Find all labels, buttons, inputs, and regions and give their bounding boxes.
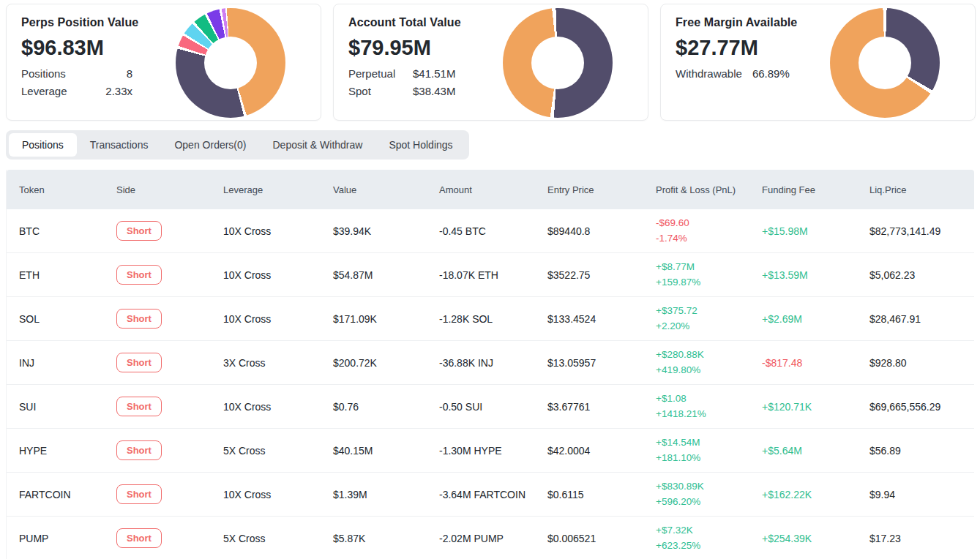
table-row[interactable]: FARTCOIN Short 10X Cross $1.39M -3.64M F…: [7, 473, 974, 517]
header-cell-value: Value: [333, 184, 439, 195]
side-badge: Short: [116, 397, 162, 416]
funding-fee-value: -$817.48: [762, 357, 802, 369]
amount-cell: -18.07K ETH: [439, 269, 547, 281]
token-cell: PUMP: [19, 533, 116, 544]
tabs-bar: PositionsTransactionsOpen Orders(0)Depos…: [6, 130, 469, 160]
value-cell: $200.72K: [333, 357, 439, 369]
account-total-donut-chart: [503, 8, 613, 118]
card-value: $96.83M: [21, 36, 138, 60]
amount-cell: -36.88K INJ: [439, 357, 547, 369]
card-title: Account Total Value: [348, 16, 461, 29]
header-cell-side: Side: [116, 184, 223, 195]
pnl-cell: +$830.89K +596.20%: [656, 479, 762, 509]
pnl-percent: +623.25%: [656, 539, 762, 553]
funding-fee-cell: +$13.59M: [762, 269, 869, 281]
table-row[interactable]: ETH Short 10X Cross $54.87M -18.07K ETH …: [7, 253, 974, 297]
liq-price-cell: $28,467.91: [869, 313, 974, 325]
pnl-cell: +$8.77M +159.87%: [656, 260, 762, 290]
side-cell: Short: [116, 528, 223, 548]
amount-cell: -0.45 BTC: [439, 225, 547, 237]
funding-fee-value: +$13.59M: [762, 269, 808, 281]
card-stats: Perpetual$41.51MSpot$38.43M: [348, 67, 461, 97]
tab-spot-holdings[interactable]: Spot Holdings: [375, 133, 465, 157]
pnl-percent: +159.87%: [656, 275, 762, 290]
amount-cell: -1.28K SOL: [439, 313, 547, 325]
stat-value: $41.51M: [413, 67, 455, 80]
funding-fee-value: +$162.22K: [762, 489, 812, 500]
amount-cell: -1.30M HYPE: [439, 445, 547, 457]
table-row[interactable]: BTC Short 10X Cross $39.94K -0.45 BTC $8…: [7, 209, 974, 253]
header-cell-liq-price: Liq.Price: [869, 184, 974, 195]
side-badge: Short: [116, 440, 162, 460]
tab-open-orders-0[interactable]: Open Orders(0): [161, 133, 259, 157]
table-row[interactable]: HYPE Short 5X Cross $40.15M -1.30M HYPE …: [7, 429, 974, 473]
table-row[interactable]: SUI Short 10X Cross $0.76 -0.50 SUI $3.6…: [7, 385, 974, 429]
card-title: Perps Position Value: [21, 16, 138, 29]
value-cell: $39.94K: [333, 225, 439, 237]
side-badge: Short: [116, 221, 162, 241]
amount-cell: -3.64M FARTCOIN: [439, 489, 547, 500]
pnl-amount: +$830.89K: [656, 479, 762, 494]
stat-row: Leverage2.33x: [21, 85, 132, 97]
entry-price-cell: $13.05957: [547, 357, 656, 369]
stat-label: Positions: [21, 67, 66, 80]
liq-price-cell: $9.94: [869, 489, 974, 500]
card-text-block: Account Total Value $79.95M Perpetual$41…: [348, 16, 461, 110]
pnl-cell: +$375.72 +2.20%: [656, 304, 762, 334]
perps-position-donut-chart: [176, 8, 285, 118]
pnl-amount: +$7.32K: [656, 523, 762, 538]
token-cell: FARTCOIN: [19, 489, 116, 500]
token-cell: ETH: [19, 269, 116, 281]
pnl-cell: +$14.54M +181.10%: [656, 435, 762, 465]
table-body: BTC Short 10X Cross $39.94K -0.45 BTC $8…: [7, 209, 974, 559]
value-cell: $54.87M: [333, 269, 439, 281]
stat-value: 8: [127, 67, 132, 80]
perps-position-value-card: Perps Position Value $96.83M Positions8L…: [6, 4, 321, 121]
token-cell: HYPE: [19, 445, 116, 457]
table-row[interactable]: INJ Short 3X Cross $200.72K -36.88K INJ …: [7, 341, 974, 385]
leverage-cell: 10X Cross: [223, 269, 333, 281]
stat-label: Spot: [348, 85, 413, 97]
side-badge: Short: [116, 528, 162, 548]
table-row[interactable]: SOL Short 10X Cross $171.09K -1.28K SOL …: [7, 297, 974, 341]
pnl-amount: +$280.88K: [656, 348, 762, 362]
amount-cell: -0.50 SUI: [439, 401, 547, 413]
entry-price-cell: $0.6115: [547, 489, 656, 500]
stat-value: $38.43M: [413, 85, 455, 97]
amount-cell: -2.02M PUMP: [439, 533, 547, 544]
free-margin-donut-chart: [830, 8, 940, 118]
tab-transactions[interactable]: Transactions: [77, 133, 162, 157]
funding-fee-cell: +$254.39K: [762, 533, 869, 544]
side-badge: Short: [116, 484, 162, 504]
header-cell-funding-fee: Funding Fee: [762, 184, 869, 195]
tab-deposit-withdraw[interactable]: Deposit & Withdraw: [259, 133, 375, 157]
summary-cards-row: Perps Position Value $96.83M Positions8L…: [0, 0, 980, 121]
tab-positions[interactable]: Positions: [9, 133, 77, 157]
stat-label: Withdrawable: [676, 67, 742, 80]
funding-fee-value: +$120.71K: [762, 401, 812, 413]
value-cell: $171.09K: [333, 313, 439, 325]
header-cell-profit-loss-pnl: Profit & Loss (PnL): [656, 184, 762, 195]
table-row[interactable]: PUMP Short 5X Cross $5.87K -2.02M PUMP $…: [7, 517, 974, 559]
token-cell: BTC: [19, 225, 116, 237]
value-cell: $0.76: [333, 401, 439, 413]
stat-row: Positions8: [21, 67, 132, 80]
leverage-cell: 10X Cross: [223, 313, 333, 325]
leverage-cell: 5X Cross: [223, 445, 333, 457]
side-badge: Short: [116, 265, 162, 285]
stat-row: Spot$38.43M: [348, 85, 461, 97]
funding-fee-cell: +$15.98M: [762, 225, 869, 237]
pnl-amount: +$14.54M: [656, 435, 762, 450]
liq-price-cell: $69,665,556.29: [869, 401, 974, 413]
card-text-block: Perps Position Value $96.83M Positions8L…: [21, 16, 138, 110]
pnl-percent: +419.80%: [656, 363, 762, 378]
pnl-cell: +$1.08 +1418.21%: [656, 391, 762, 421]
pnl-percent: +181.10%: [656, 451, 762, 465]
pnl-cell: +$7.32K +623.25%: [656, 523, 762, 553]
funding-fee-cell: -$817.48: [762, 357, 869, 369]
side-cell: Short: [116, 397, 223, 416]
leverage-cell: 10X Cross: [223, 225, 333, 237]
stat-value: 2.33x: [105, 85, 132, 97]
side-cell: Short: [116, 265, 223, 285]
stat-row: Withdrawable66.89%: [676, 67, 797, 80]
